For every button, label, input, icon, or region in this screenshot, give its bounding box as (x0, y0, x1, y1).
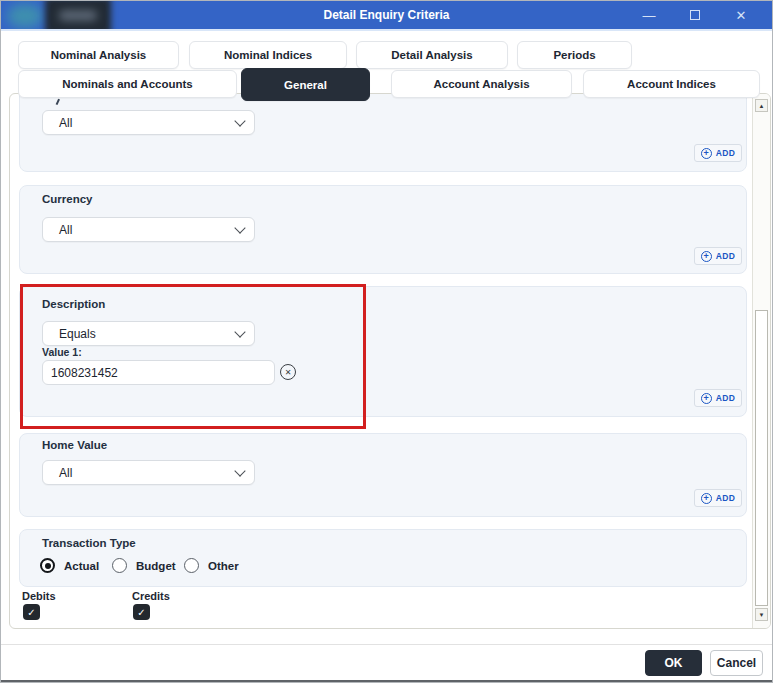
tab-general-active[interactable]: General (241, 68, 370, 101)
dropdown-value: All (59, 116, 72, 130)
add-button[interactable]: + ADD (694, 144, 742, 162)
home-value-label: Home Value (42, 439, 107, 451)
debits-checkbox[interactable]: ✓ (23, 604, 40, 620)
add-button-label: ADD (716, 393, 735, 403)
description-label: Description (42, 298, 105, 310)
ok-button[interactable]: OK (645, 650, 702, 676)
tab-detail-analysis[interactable]: Detail Analysis (356, 41, 508, 69)
value1-input[interactable] (42, 360, 275, 385)
redacted-app-icon (7, 4, 43, 28)
add-button[interactable]: + ADD (694, 389, 742, 407)
currency-label: Currency (42, 193, 93, 205)
home-value-dropdown[interactable]: All (42, 460, 255, 485)
window-bottom-edge (1, 680, 772, 682)
plus-circle-icon: + (701, 393, 712, 404)
tab-nominal-indices[interactable]: Nominal Indices (189, 41, 347, 69)
dropdown-value: Equals (59, 327, 96, 341)
add-button[interactable]: + ADD (694, 247, 742, 265)
tab-nominal-analysis[interactable]: Nominal Analysis (18, 41, 179, 69)
dropdown-value: All (59, 223, 72, 237)
plus-circle-icon: + (701, 493, 712, 504)
currency-dropdown[interactable]: All (42, 217, 255, 242)
description-operator-dropdown[interactable]: Equals (42, 321, 255, 346)
radio-label: Other (208, 560, 239, 572)
dropdown-value: All (59, 466, 72, 480)
vertical-scrollbar[interactable]: ▲ ▼ (752, 94, 770, 628)
close-icon[interactable]: ✕ (718, 1, 764, 29)
add-button-label: ADD (716, 493, 735, 503)
tab-account-analysis[interactable]: Account Analysis (391, 70, 572, 98)
add-button-label: ADD (716, 148, 735, 158)
chevron-down-icon (234, 115, 245, 126)
section-description (19, 286, 747, 417)
clipped-section-dropdown[interactable]: All (42, 110, 255, 135)
maximize-icon[interactable] (672, 1, 718, 29)
titlebar: Detail Enquiry Criteria — ✕ (1, 1, 772, 31)
tab-account-indices[interactable]: Account Indices (583, 70, 760, 98)
add-button-label: ADD (716, 251, 735, 261)
circle-x-icon[interactable]: ✕ (280, 364, 296, 380)
radio-actual[interactable]: Actual (40, 558, 99, 573)
tab-periods[interactable]: Periods (517, 41, 632, 69)
transaction-type-label: Transaction Type (42, 537, 136, 549)
minimize-icon[interactable]: — (626, 1, 672, 29)
arrow-down-icon[interactable]: ▼ (755, 608, 768, 621)
chevron-down-icon (234, 222, 245, 233)
criteria-scroll-area: All + ADD Currency All + ADD Description… (9, 93, 771, 629)
radio-dot (45, 563, 51, 569)
redacted-titlebar-item-highlight (59, 10, 97, 21)
debits-label: Debits (22, 590, 56, 602)
radio-selected-icon (40, 558, 55, 573)
radio-label: Actual (64, 560, 99, 572)
detail-enquiry-criteria-dialog: Detail Enquiry Criteria — ✕ Nominal Anal… (0, 0, 773, 683)
arrow-up-icon[interactable]: ▲ (755, 99, 768, 112)
value1-label: Value 1: (42, 346, 82, 358)
credits-checkbox[interactable]: ✓ (133, 604, 150, 620)
cancel-button[interactable]: Cancel (710, 650, 763, 676)
window-controls: — ✕ (626, 1, 764, 29)
radio-budget[interactable]: Budget (112, 558, 176, 573)
radio-unselected-icon (112, 558, 127, 573)
plus-circle-icon: + (701, 251, 712, 262)
radio-label: Budget (136, 560, 176, 572)
radio-other[interactable]: Other (184, 558, 239, 573)
maximize-box (690, 10, 700, 20)
chevron-down-icon (234, 326, 245, 337)
scrollbar-thumb[interactable] (755, 310, 768, 606)
tab-nominals-and-accounts[interactable]: Nominals and Accounts (18, 70, 237, 98)
chevron-down-icon (234, 465, 245, 476)
credits-label: Credits (132, 590, 170, 602)
add-button[interactable]: + ADD (694, 489, 742, 507)
radio-unselected-icon (184, 558, 199, 573)
plus-circle-icon: + (701, 148, 712, 159)
footer-divider (1, 644, 772, 645)
